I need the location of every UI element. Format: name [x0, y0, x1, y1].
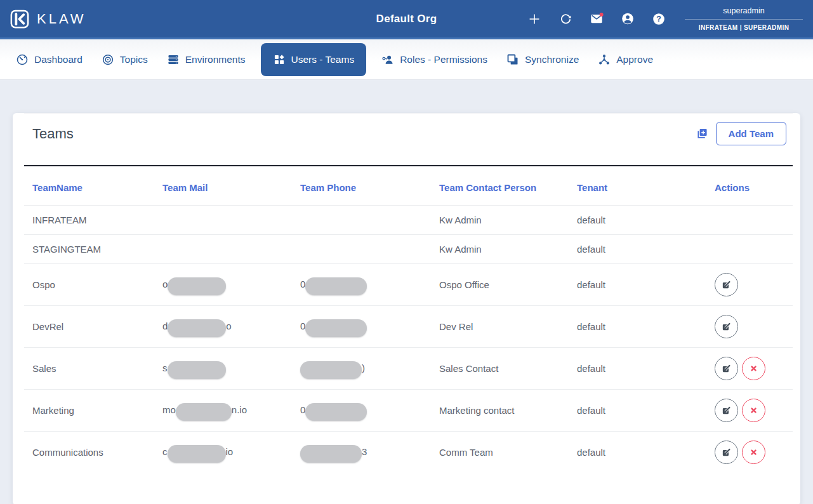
team-tenant: default: [577, 306, 715, 348]
account-icon[interactable]: [621, 12, 635, 26]
klaw-logo-icon: [10, 10, 29, 29]
team-actions: [715, 264, 793, 306]
nav-roles-permissions[interactable]: Roles - Permissions: [372, 43, 497, 76]
edit-icon: [721, 321, 732, 332]
team-phone: [300, 206, 439, 235]
mail-icon[interactable]: [590, 12, 604, 26]
app-header: KLAW Default Org: [0, 0, 813, 39]
team-tenant: default: [577, 264, 715, 306]
library-add-icon[interactable]: [697, 128, 708, 139]
delete-team-button[interactable]: [742, 399, 765, 422]
help-icon[interactable]: ?: [652, 12, 666, 26]
nav-topics[interactable]: Topics: [92, 43, 157, 76]
layers-icon: [506, 53, 519, 66]
team-contact: Kw Admin: [439, 235, 577, 264]
team-actions: [715, 390, 793, 432]
team-name: Marketing: [24, 390, 162, 432]
col-team-phone: Team Phone: [300, 166, 439, 206]
team-contact: Marketing contact: [439, 390, 577, 432]
table-header-row: TeamName Team Mail Team Phone Team Conta…: [24, 166, 793, 206]
add-team-button[interactable]: Add Team: [716, 122, 786, 145]
team-phone: ): [300, 348, 439, 390]
team-actions: [715, 235, 793, 264]
page-title: Teams: [32, 126, 74, 142]
org-title: Default Org: [376, 13, 437, 25]
delete-team-button[interactable]: [742, 441, 765, 464]
nav-label: Topics: [120, 54, 148, 65]
edit-team-button[interactable]: [715, 273, 738, 296]
redaction-pill: [305, 403, 367, 421]
nav-label: Synchronize: [525, 54, 579, 65]
card-header: Teams Add Team: [24, 114, 793, 154]
team-name: DevRel: [24, 306, 162, 348]
delete-x-icon: [748, 363, 759, 374]
team-mail: s: [162, 348, 300, 390]
redaction-pill: [168, 361, 226, 379]
redaction-pill: [305, 319, 367, 337]
plus-icon[interactable]: [527, 12, 541, 26]
col-contact-person: Team Contact Person: [439, 166, 577, 206]
team-phone: [300, 235, 439, 264]
table-row: Sales s ) Sales Contact default: [24, 348, 793, 390]
col-teamname: TeamName: [24, 166, 162, 206]
edit-team-button[interactable]: [715, 441, 738, 464]
refresh-icon[interactable]: [559, 12, 572, 26]
nav-environments[interactable]: Environments: [157, 43, 255, 76]
nav-label: Dashboard: [34, 54, 83, 65]
nav-dashboard[interactable]: Dashboard: [6, 43, 92, 76]
brand-name: KLAW: [37, 11, 86, 27]
team-mail: cio: [162, 432, 300, 474]
team-actions: [715, 432, 793, 474]
teams-table: TeamName Team Mail Team Phone Team Conta…: [24, 165, 793, 473]
nav-users-teams[interactable]: Users - Teams: [261, 43, 367, 76]
team-mail: mon.io: [162, 390, 300, 432]
nav-label: Users - Teams: [291, 54, 355, 65]
page-body: Teams Add Team TeamName: [0, 80, 813, 504]
team-mail: [162, 206, 300, 235]
team-actions: [715, 306, 793, 348]
edit-team-button[interactable]: [715, 315, 738, 338]
nav-synchronize[interactable]: Synchronize: [497, 43, 588, 76]
team-tenant: default: [577, 348, 715, 390]
team-phone: 3: [300, 432, 439, 474]
team-tenant: default: [577, 390, 715, 432]
nav-label: Approve: [616, 54, 653, 65]
redaction-pill: [305, 277, 367, 295]
team-name: INFRATEAM: [24, 206, 162, 235]
redaction-pill: [176, 403, 232, 421]
team-tenant: default: [577, 206, 715, 235]
brand[interactable]: KLAW: [10, 10, 86, 29]
delete-team-button[interactable]: [742, 357, 765, 380]
user-name: superadmin: [685, 6, 803, 19]
server-stack-icon: [167, 53, 180, 66]
team-name: Communications: [24, 432, 162, 474]
main-nav: Dashboard Topics Environments Users - Te…: [0, 39, 813, 80]
edit-team-button[interactable]: [715, 399, 738, 422]
teams-card: Teams Add Team TeamName: [13, 113, 800, 504]
redaction-pill: [300, 361, 362, 379]
team-name: Sales: [24, 348, 162, 390]
add-team-area: Add Team: [697, 122, 793, 145]
target-icon: [102, 53, 114, 66]
hub-icon: [598, 53, 611, 66]
team-actions: [715, 206, 793, 235]
user-block[interactable]: superadmin INFRATEAM | SUPERADMIN: [685, 6, 803, 31]
team-mail: o: [162, 264, 300, 306]
delete-x-icon: [748, 447, 759, 458]
tiles-icon: [273, 53, 286, 66]
nav-approve[interactable]: Approve: [588, 43, 663, 76]
edit-team-button[interactable]: [715, 357, 738, 380]
header-actions: ?: [527, 12, 685, 26]
team-mail: do: [162, 306, 300, 348]
svg-text:?: ?: [656, 15, 661, 23]
table-row: Communications cio 3 Comm Team default: [24, 432, 793, 474]
person-key-icon: [381, 53, 394, 66]
edit-icon: [721, 447, 732, 458]
team-contact: Ospo Office: [439, 264, 577, 306]
redaction-pill: [300, 445, 362, 463]
redaction-pill: [168, 277, 226, 295]
redaction-pill: [168, 445, 226, 463]
nav-label: Roles - Permissions: [400, 54, 487, 65]
edit-icon: [721, 405, 732, 416]
col-tenant: Tenant: [577, 166, 715, 206]
